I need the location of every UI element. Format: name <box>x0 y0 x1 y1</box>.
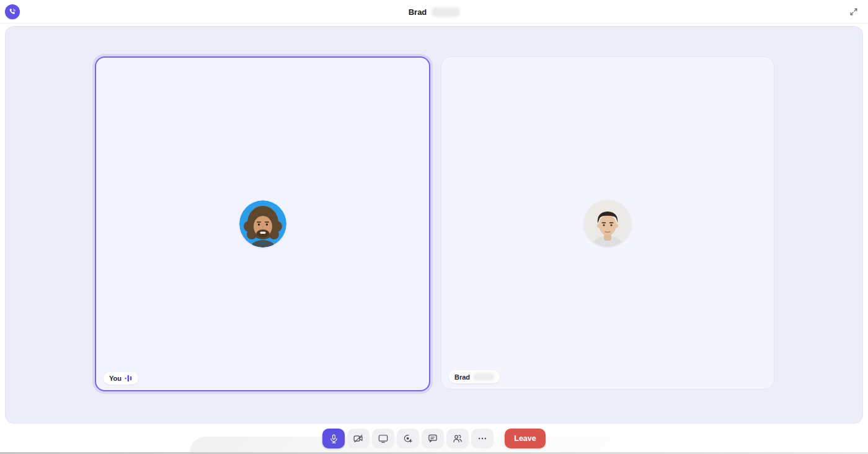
call-title-name: Brad <box>409 7 427 17</box>
camera-off-icon <box>353 433 364 444</box>
call-window: Brad <box>0 0 868 454</box>
participant-tile-self[interactable]: You <box>95 56 430 391</box>
record-button[interactable] <box>397 429 419 448</box>
blurred-last-name <box>431 7 459 17</box>
expand-button[interactable] <box>849 7 859 17</box>
avatar-self <box>239 200 286 247</box>
name-badge-self-label: You <box>109 375 122 382</box>
expand-icon <box>849 7 858 16</box>
leave-button[interactable]: Leave <box>505 429 545 448</box>
mic-icon <box>329 434 339 444</box>
record-icon <box>402 433 414 444</box>
voice-level-icon <box>125 375 133 382</box>
more-icon <box>477 433 488 444</box>
video-stage: You <box>5 26 863 424</box>
call-status-button[interactable] <box>5 4 20 19</box>
more-button[interactable] <box>471 429 494 448</box>
screen-share-button[interactable] <box>372 429 394 448</box>
blurred-last-name <box>473 373 494 381</box>
header-bar: Brad <box>0 0 868 24</box>
screen-share-icon <box>378 433 389 444</box>
name-badge-remote-label: Brad <box>454 373 470 381</box>
name-badge-self: You <box>104 372 138 385</box>
participants-icon <box>452 433 463 444</box>
participants-button[interactable] <box>446 429 469 448</box>
avatar-remote <box>584 200 631 247</box>
call-title: Brad <box>409 0 460 24</box>
phone-call-icon <box>8 7 17 16</box>
chat-button[interactable] <box>422 429 444 448</box>
chat-icon <box>427 433 438 444</box>
call-controls: Leave <box>0 429 868 448</box>
camera-button[interactable] <box>347 429 370 448</box>
name-badge-remote: Brad <box>449 370 500 383</box>
mic-button[interactable] <box>322 429 345 448</box>
participant-tile-remote[interactable]: Brad <box>441 56 774 389</box>
